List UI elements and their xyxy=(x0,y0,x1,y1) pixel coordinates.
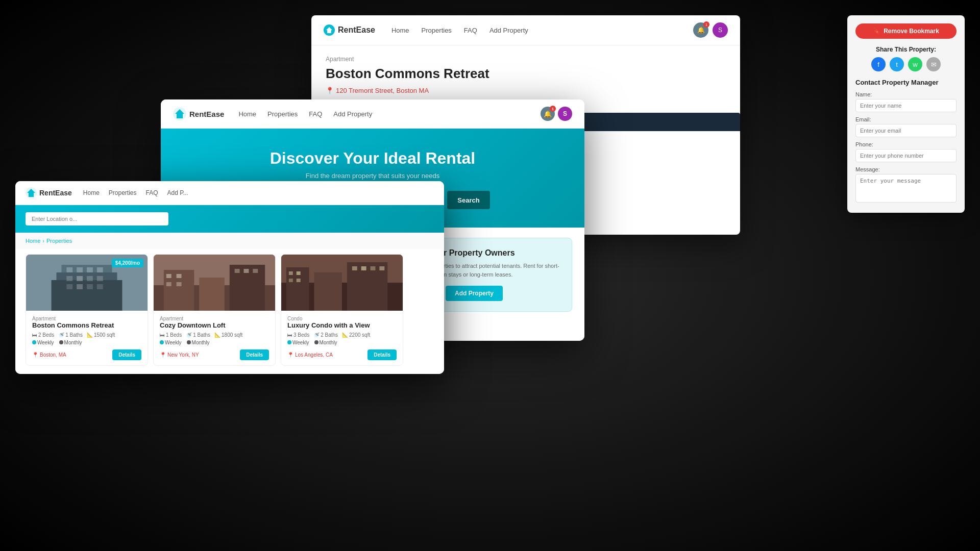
front-nav-properties[interactable]: Properties xyxy=(109,189,137,196)
property-card-1-image: $4,200/mo xyxy=(26,255,148,311)
mid-nav-right: 🔔 1 S xyxy=(541,107,572,121)
contact-form: Name: Email: Phone: Message: xyxy=(855,91,957,205)
property-3-footer: 📍Los Angeles, CA Details xyxy=(287,349,397,360)
property-2-beds: 🛏 1 Beds xyxy=(160,332,182,338)
notification-bell[interactable]: 🔔 1 xyxy=(693,22,708,38)
property-2-availability: Weekly Monthly xyxy=(160,340,269,345)
mid-notification-bell[interactable]: 🔔 1 xyxy=(541,107,555,121)
remove-bookmark-button[interactable]: 🔖 Remove Bookmark xyxy=(855,23,957,39)
back-panel-body: Apartment Boston Commons Retreat 📍 120 T… xyxy=(311,45,740,105)
property-2-details-button[interactable]: Details xyxy=(240,349,269,360)
front-logo: RentEase xyxy=(26,187,72,198)
svg-rect-35 xyxy=(289,271,293,275)
front-search-input[interactable] xyxy=(26,212,168,226)
svg-rect-42 xyxy=(379,266,384,270)
svg-rect-38 xyxy=(297,279,301,282)
hero-subtitle: Find the dream property that suits your … xyxy=(173,172,572,180)
property-3-location: 📍Los Angeles, CA xyxy=(287,352,333,358)
svg-rect-39 xyxy=(352,266,357,270)
share-whatsapp-icon[interactable]: w xyxy=(908,57,922,71)
svg-rect-9 xyxy=(97,267,103,272)
add-property-button[interactable]: Add Property xyxy=(446,286,503,301)
property-2-location: 📍New York, NY xyxy=(160,352,199,358)
property-1-price: $4,200/mo xyxy=(112,259,143,267)
property-title: Boston Commons Retreat xyxy=(326,66,726,82)
property-2-type: Apartment xyxy=(160,316,269,321)
front-nav: RentEase Home Properties FAQ Add P... xyxy=(15,181,444,205)
back-nav-properties[interactable]: Properties xyxy=(422,27,452,34)
email-label: Email: xyxy=(855,116,957,122)
share-facebook-icon[interactable]: f xyxy=(871,57,886,71)
hero-search-button[interactable]: Search xyxy=(447,191,489,209)
front-logo-text: RentEase xyxy=(39,189,72,197)
contact-form-title: Contact Property Manager xyxy=(855,79,957,86)
property-card-3: Condo Luxury Condo with a View 🛏 3 Beds … xyxy=(281,254,403,366)
property-1-details-button[interactable]: Details xyxy=(112,349,141,360)
mid-nav: RentEase Home Properties FAQ Add Propert… xyxy=(161,99,584,129)
user-avatar[interactable]: S xyxy=(713,22,728,38)
share-title: Share This Property: xyxy=(855,46,957,53)
property-3-meta: 🛏 3 Beds 🚿 2 Baths 📐 2200 sqft xyxy=(287,332,397,338)
svg-rect-24 xyxy=(177,274,182,278)
property-3-details-button[interactable]: Details xyxy=(368,349,397,360)
property-2-meta: 🛏 1 Beds 🚿 1 Baths 📐 1800 sqft xyxy=(160,332,269,338)
svg-rect-7 xyxy=(77,267,83,272)
svg-rect-41 xyxy=(371,266,376,270)
property-card-2: Apartment Cozy Downtown Loft 🛏 1 Beds 🚿 … xyxy=(153,254,276,366)
back-nav-right: 🔔 1 S xyxy=(693,22,728,38)
property-card-3-image xyxy=(281,255,403,311)
breadcrumb: Home › Properties xyxy=(15,233,444,249)
mid-logo: RentEase xyxy=(173,107,224,120)
mid-nav-properties[interactable]: Properties xyxy=(267,110,298,118)
property-1-sqft: 📐 1500 sqft xyxy=(87,332,115,338)
property-3-baths: 🚿 2 Baths xyxy=(313,332,338,338)
front-nav-add[interactable]: Add P... xyxy=(167,189,188,196)
property-1-beds: 🛏 2 Beds xyxy=(32,332,54,338)
mid-nav-add-property[interactable]: Add Property xyxy=(333,110,372,118)
share-email-icon[interactable]: ✉ xyxy=(926,57,941,71)
logo-text: RentEase xyxy=(338,26,375,35)
phone-input[interactable] xyxy=(855,149,957,162)
property-1-type: Apartment xyxy=(32,316,141,321)
mid-user-avatar[interactable]: S xyxy=(558,107,572,121)
property-1-availability: Weekly Monthly xyxy=(32,340,141,345)
svg-rect-11 xyxy=(77,276,83,281)
property-1-baths: 🚿 1 Baths xyxy=(58,332,83,338)
back-panel-logo: RentEase xyxy=(324,24,375,36)
message-input[interactable] xyxy=(855,174,957,203)
svg-rect-17 xyxy=(97,284,103,289)
front-nav-home[interactable]: Home xyxy=(83,189,100,196)
svg-rect-16 xyxy=(87,284,93,289)
share-twitter-icon[interactable]: t xyxy=(890,57,904,71)
mid-nav-home[interactable]: Home xyxy=(238,110,256,118)
mid-logo-text: RentEase xyxy=(189,110,224,118)
property-2-sqft: 📐 1800 sqft xyxy=(214,332,242,338)
svg-rect-12 xyxy=(87,276,93,281)
svg-rect-14 xyxy=(66,284,72,289)
message-label: Message: xyxy=(855,166,957,172)
back-panel-nav: RentEase Home Properties FAQ Add Propert… xyxy=(311,15,740,45)
svg-rect-8 xyxy=(87,267,93,272)
property-3-type: Condo xyxy=(287,316,397,321)
property-1-footer: 📍Boston, MA Details xyxy=(32,349,141,360)
svg-rect-10 xyxy=(66,276,72,281)
phone-label: Phone: xyxy=(855,141,957,147)
breadcrumb-separator: › xyxy=(42,238,44,244)
breadcrumb-home[interactable]: Home xyxy=(26,238,40,244)
front-nav-faq[interactable]: FAQ xyxy=(146,189,158,196)
property-2-footer: 📍New York, NY Details xyxy=(160,349,269,360)
svg-rect-15 xyxy=(77,284,83,289)
property-3-name: Luxury Condo with a View xyxy=(287,321,397,329)
property-card-3-body: Condo Luxury Condo with a View 🛏 3 Beds … xyxy=(281,311,403,365)
property-cards-row: $4,200/mo Apartment Boston Commons Retre… xyxy=(15,249,444,374)
email-input[interactable] xyxy=(855,124,957,137)
mid-nav-faq[interactable]: FAQ xyxy=(309,110,322,118)
bookmark-icon: 🔖 xyxy=(873,28,880,35)
svg-rect-23 xyxy=(166,274,172,278)
back-nav-home[interactable]: Home xyxy=(391,27,409,34)
property-3-availability: Weekly Monthly xyxy=(287,340,397,345)
property-1-meta: 🛏 2 Beds 🚿 1 Baths 📐 1500 sqft xyxy=(32,332,141,338)
name-input[interactable] xyxy=(855,99,957,112)
back-nav-add-property[interactable]: Add Property xyxy=(489,27,528,34)
back-nav-faq[interactable]: FAQ xyxy=(464,27,477,34)
